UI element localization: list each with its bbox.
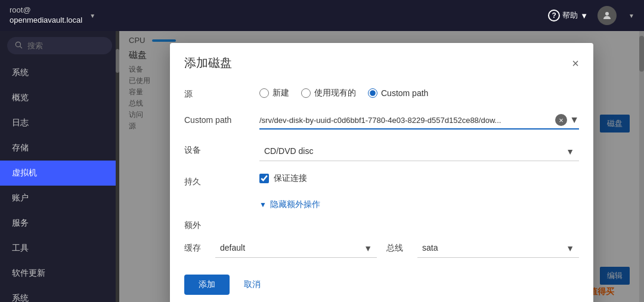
custom-path-control: × ▼: [259, 112, 579, 130]
svg-point-1: [16, 42, 20, 47]
header-host: openmediavault.local: [10, 16, 82, 26]
persist-label: 持久: [184, 173, 250, 187]
cache-select[interactable]: default none writethrough writeback: [215, 238, 377, 258]
sidebar-item-logs[interactable]: 日志: [0, 110, 119, 135]
extra-section: 额外: [184, 220, 579, 231]
top-header: root@ openmediavault.local ▼ ? 帮助 ▼ ▼: [0, 0, 644, 31]
modal-body: 源 新建 使用现有的 Cu: [170, 81, 593, 302]
sidebar-nav: 系统 概览 日志 存储 虚拟机 账户 服务 工具 软件更新 系统: [0, 60, 119, 302]
modal-overlay: 添加磁盘 × 源 新建: [119, 31, 644, 302]
radio-existing-input[interactable]: [301, 88, 311, 98]
path-input-wrapper: × ▼: [259, 112, 579, 130]
path-clear-button[interactable]: ×: [555, 114, 567, 126]
add-button[interactable]: 添加: [184, 275, 230, 295]
modal-btn-row: 添加 取消: [184, 272, 579, 295]
help-dropdown-arrow: ▼: [580, 11, 588, 20]
avatar-dropdown-arrow[interactable]: ▼: [628, 13, 634, 19]
radio-new[interactable]: 新建: [259, 88, 289, 98]
header-right: ? 帮助 ▼ ▼: [548, 6, 634, 25]
custom-path-row: Custom path × ▼: [184, 112, 579, 130]
bus-item: 总线 sata virtio ide scsi ▼: [386, 238, 579, 258]
help-label: 帮助: [562, 10, 578, 21]
collapsible-toggle-button[interactable]: ▼ 隐藏额外操作: [259, 199, 320, 210]
sidebar-item-tools[interactable]: 工具: [0, 236, 119, 261]
host-info: root@ openmediavault.local: [10, 5, 82, 26]
sidebar-item-storage[interactable]: 存储: [0, 135, 119, 161]
radio-custom[interactable]: Custom path: [368, 88, 428, 98]
sidebar-item-system2[interactable]: 系统: [0, 286, 119, 302]
help-button[interactable]: ? 帮助 ▼: [548, 10, 588, 21]
chevron-down-icon: ▼: [259, 201, 267, 209]
cache-select-wrapper: default none writethrough writeback ▼: [215, 238, 377, 258]
persist-checkbox-label: 保证连接: [274, 173, 307, 184]
search-icon: [14, 41, 23, 51]
modal-dialog: 添加磁盘 × 源 新建: [170, 43, 593, 302]
device-row: 设备 CD/DVD disc Virtio Disk USB SCSI ▼: [184, 141, 579, 161]
modal-close-button[interactable]: ×: [572, 57, 579, 69]
main-layout: 系统 概览 日志 存储 虚拟机 账户 服务 工具 软件更新 系统 CPU: [0, 31, 644, 302]
sidebar-nav-container: 系统 概览 日志 存储 虚拟机 账户 服务 工具 软件更新 系统: [0, 31, 119, 302]
source-row: 源 新建 使用现有的 Cu: [184, 85, 579, 100]
source-label: 源: [184, 85, 250, 100]
search-box[interactable]: [7, 37, 112, 54]
radio-existing-label: 使用现有的: [314, 88, 356, 98]
help-icon: ?: [548, 10, 560, 21]
search-input[interactable]: [27, 41, 105, 50]
bus-label: 总线: [386, 243, 410, 254]
device-label: 设备: [184, 141, 250, 156]
bus-select[interactable]: sata virtio ide scsi: [417, 238, 579, 258]
modal-title: 添加磁盘: [184, 55, 232, 71]
persist-row: 持久 保证连接: [184, 173, 579, 187]
extra-label: 额外: [184, 220, 201, 230]
collapsible-section: ▼ 隐藏额外操作: [259, 199, 579, 210]
radio-new-label: 新建: [273, 88, 289, 98]
persist-control: 保证连接: [259, 173, 579, 184]
device-select-wrapper: CD/DVD disc Virtio Disk USB SCSI ▼: [259, 141, 579, 161]
cache-bus-row: 缓存 default none writethrough writeback ▼: [184, 238, 579, 258]
path-input[interactable]: [259, 116, 553, 125]
bus-select-wrapper: sata virtio ide scsi ▼: [417, 238, 579, 258]
path-dropdown-button[interactable]: ▼: [569, 115, 579, 125]
modal-header: 添加磁盘 ×: [170, 43, 593, 81]
radio-existing[interactable]: 使用现有的: [301, 88, 356, 98]
device-select[interactable]: CD/DVD disc Virtio Disk USB SCSI: [259, 141, 579, 161]
cancel-button[interactable]: 取消: [239, 275, 265, 295]
svg-line-2: [20, 47, 22, 48]
cache-item: 缓存 default none writethrough writeback ▼: [184, 238, 377, 258]
radio-new-input[interactable]: [259, 88, 269, 98]
persist-checkbox-row[interactable]: 保证连接: [259, 173, 579, 184]
sidebar-item-system[interactable]: 系统: [0, 60, 119, 85]
custom-path-label: Custom path: [184, 112, 250, 125]
sidebar-item-service[interactable]: 服务: [0, 211, 119, 236]
header-left: root@ openmediavault.local ▼: [10, 5, 95, 26]
header-user: root@: [10, 5, 82, 16]
cache-label: 缓存: [184, 243, 208, 254]
persist-checkbox[interactable]: [259, 174, 269, 183]
content-area: CPU 磁盘 设备 已使用 容量 总线 访问 源 磁盘: [119, 31, 644, 302]
avatar[interactable]: [597, 6, 617, 25]
source-radio-group: 新建 使用现有的 Custom path: [259, 85, 579, 98]
svg-point-0: [605, 12, 609, 16]
radio-custom-label: Custom path: [381, 88, 428, 98]
radio-custom-input[interactable]: [368, 88, 377, 98]
sidebar: 系统 概览 日志 存储 虚拟机 账户 服务 工具 软件更新 系统: [0, 31, 119, 302]
sidebar-item-overview[interactable]: 概览: [0, 85, 119, 110]
path-input-actions: × ▼: [555, 114, 579, 126]
sidebar-item-updates[interactable]: 软件更新: [0, 261, 119, 286]
header-dropdown-arrow[interactable]: ▼: [89, 13, 95, 19]
sidebar-item-account[interactable]: 账户: [0, 186, 119, 211]
sidebar-item-vm[interactable]: 虚拟机: [0, 161, 119, 186]
collapsible-label: 隐藏额外操作: [270, 199, 320, 210]
